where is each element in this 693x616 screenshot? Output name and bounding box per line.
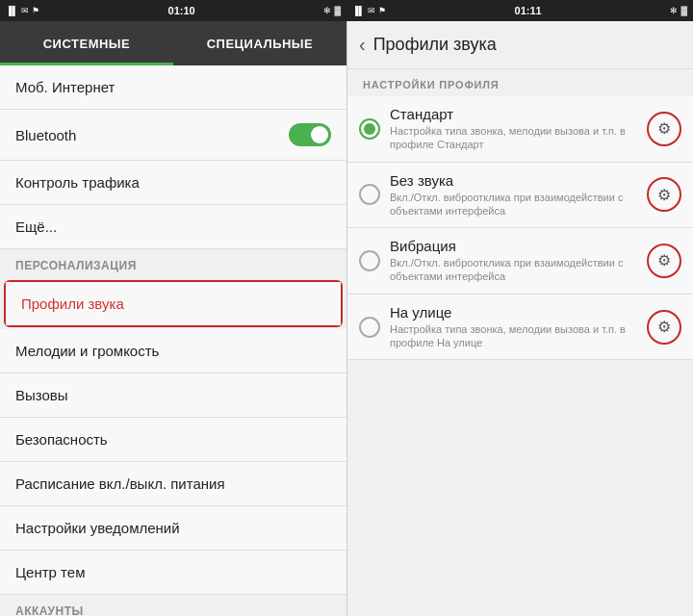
profile-list: Стандарт Настройка типа звонка, мелодии … [347,96,693,616]
signal-icon-r: ▐▌ [352,6,365,15]
radio-vibration[interactable] [359,250,380,271]
menu-item-bluetooth[interactable]: Bluetooth [0,110,346,161]
menu-item-profiles[interactable]: Профили звука [6,282,341,325]
profile-item-silent[interactable]: Без звука Вкл./Откл. виброоткликa при вз… [347,163,693,229]
bluetooth-toggle[interactable] [289,123,331,146]
left-status-time: 01:10 [168,5,195,16]
battery-icon-r: ▓ [680,6,687,15]
left-battery-icons: ✻ ▓ [323,6,341,15]
tab-special[interactable]: СПЕЦИАЛЬНЫЕ [173,21,346,65]
menu-item-profiles-wrapper: Профили звука [4,280,343,327]
left-panel: СИСТЕМНЫЕ СПЕЦИАЛЬНЫЕ Моб. Интернет Blue… [0,0,346,616]
accounts-header: АККАУНТЫ [0,595,346,616]
menu-item-notifications[interactable]: Настройки уведомлений [0,506,346,551]
left-status-bar: ▐▌ ✉ ⚑ 01:10 ✻ ▓ [0,0,346,21]
gear-button-silent[interactable]: ⚙ [647,177,681,212]
profile-info-vibration: Вибрация Вкл./Откл. виброоткликa при вза… [390,238,647,284]
right-header: ‹ Профили звука [347,21,693,69]
message-icon: ✉ [21,6,29,15]
radio-outside[interactable] [359,317,380,338]
personalization-header: ПЕРСОНАЛИЗАЦИЯ [0,249,346,278]
menu-item-calls[interactable]: Вызовы [0,373,346,418]
right-status-time: 01:11 [515,5,542,16]
message-icon-r: ✉ [368,6,375,15]
left-status-icons: ▐▌ ✉ ⚑ [6,6,39,15]
menu-item-internet[interactable]: Моб. Интернет [0,65,346,110]
camera-icon: ⚑ [32,6,39,15]
right-panel: ‹ Профили звука НАСТРОЙКИ ПРОФИЛЯ Станда… [346,0,693,616]
gear-button-standard[interactable]: ⚙ [647,112,681,146]
profile-info-outside: На улице Настройка типа звонка, мелодии … [390,304,647,350]
gear-button-vibration[interactable]: ⚙ [647,244,681,278]
menu-item-melodies[interactable]: Мелодии и громкость [0,329,346,373]
radio-silent[interactable] [359,184,380,205]
right-status-bar: ▐▌ ✉ ⚑ 01:11 ✻ ▓ [346,0,693,21]
menu-item-security[interactable]: Безопасность [0,418,346,462]
gear-button-outside[interactable]: ⚙ [647,310,681,345]
signal-icon: ▐▌ [6,6,18,15]
right-panel-title: Профили звука [373,35,497,55]
bluetooth-status-icon: ✻ [323,6,331,15]
menu-list: Моб. Интернет Bluetooth Контроль трафика… [0,65,346,616]
battery-icon: ▓ [334,6,341,15]
menu-item-traffic[interactable]: Контроль трафика [0,161,346,205]
bluetooth-status-icon-r: ✻ [670,6,678,15]
profile-info-standard: Стандарт Настройка типа звонка, мелодии … [390,106,647,152]
profile-item-vibration[interactable]: Вибрация Вкл./Откл. виброоткликa при вза… [347,228,693,295]
profile-item-standard[interactable]: Стандарт Настройка типа звонка, мелодии … [347,96,693,163]
camera-icon-r: ⚑ [378,6,386,15]
menu-item-schedule[interactable]: Расписание вкл./выкл. питания [0,462,346,506]
tabs-bar: СИСТЕМНЫЕ СПЕЦИАЛЬНЫЕ [0,21,346,65]
profile-info-silent: Без звука Вкл./Откл. виброоткликa при вз… [390,172,647,218]
right-status-icons: ▐▌ ✉ ⚑ [352,6,386,15]
menu-item-themes[interactable]: Центр тем [0,551,346,595]
radio-standard[interactable] [359,118,380,140]
back-button[interactable]: ‹ [359,34,366,56]
right-battery-icons: ✻ ▓ [670,6,687,15]
profile-section-header: НАСТРОЙКИ ПРОФИЛЯ [347,69,693,96]
tab-system[interactable]: СИСТЕМНЫЕ [0,21,173,65]
menu-item-more[interactable]: Ещё... [0,205,346,249]
profile-item-outside[interactable]: На улице Настройка типа звонка, мелодии … [347,295,693,361]
